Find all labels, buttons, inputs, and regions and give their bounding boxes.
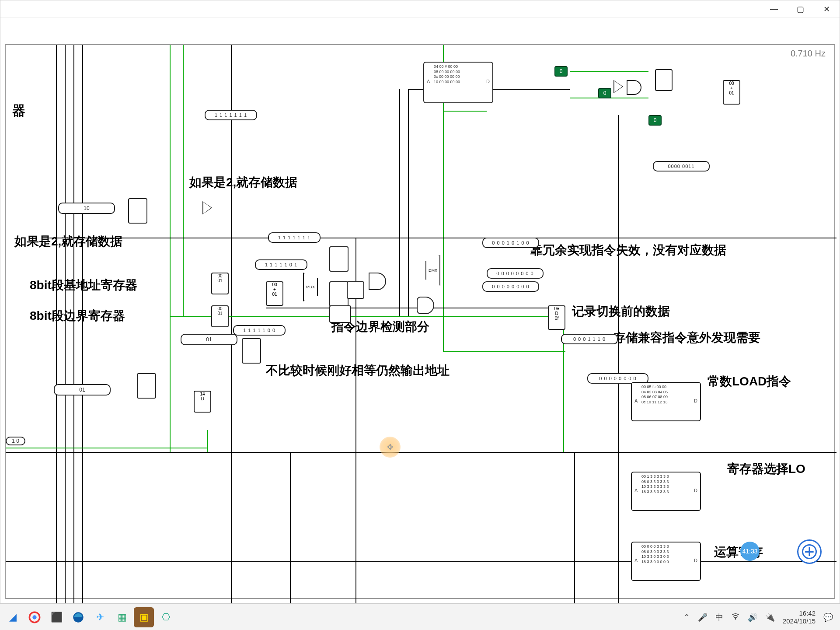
comparator[interactable] [242, 338, 261, 364]
ime-indicator[interactable]: 中 [715, 612, 723, 623]
slider-s2[interactable]: 01 [181, 334, 237, 345]
close-button[interactable]: ✕ [813, 0, 840, 18]
wire-active [443, 351, 565, 352]
clock[interactable]: 16:42 2024/10/15 [783, 609, 816, 625]
wire-active [170, 316, 563, 317]
wire [56, 45, 57, 603]
label-record-pre-switch: 记录切换前的数据 [572, 303, 670, 320]
wire-active [570, 71, 648, 72]
slider-s3[interactable]: 01 [54, 384, 111, 396]
reg-box-3[interactable]: 14 D [194, 391, 211, 413]
label-const-load: 常数LOAD指令 [708, 373, 791, 390]
comparator[interactable] [329, 281, 349, 307]
label-reg-select-load: 寄存器选择LO [727, 461, 805, 477]
mux[interactable]: MUX [303, 273, 318, 301]
titlebar: — ▢ ✕ [0, 0, 840, 18]
svg-point-3 [735, 619, 736, 620]
register-r7[interactable]: 0 0 0 0 0 0 0 0 [487, 268, 544, 279]
label-partial: 器 [12, 102, 25, 120]
port-d: D [486, 78, 490, 84]
buffer-icon[interactable] [613, 80, 623, 93]
taskbar: ◢ ⬛ ✈ ▦ ▣ ⎔ ⌃ 🎤 中 🔊 🔌 16:42 2024/10/15 💬 [0, 604, 840, 630]
system-tray: ⌃ 🎤 中 🔊 🔌 16:42 2024/10/15 💬 [683, 609, 840, 625]
diagram-canvas[interactable]: 0.710 Hz [5, 44, 835, 599]
register-r5[interactable]: 0 0 0 1 0 1 0 0 [482, 238, 539, 248]
logic-block[interactable] [347, 281, 364, 299]
or-gate[interactable] [417, 297, 434, 314]
wire [290, 452, 291, 603]
const-0[interactable]: 0 [648, 115, 662, 126]
register-r10[interactable]: 0000 0011 [653, 161, 710, 172]
app-icon-logisim[interactable]: ⎔ [156, 607, 176, 627]
reg-box-2[interactable]: 00 01 [211, 305, 229, 327]
memory-block-3[interactable]: A D 00 1 3 3 3 3 3 3 08 0 3 3 3 3 3 3 10… [631, 472, 701, 511]
wire [408, 89, 409, 316]
buffer-icon[interactable] [202, 201, 212, 214]
label-no-compare: 不比较时候刚好相等仍然输出地址 [266, 362, 450, 379]
register-r2[interactable]: 1 1 1 1 1 1 1 [268, 232, 321, 243]
dmx[interactable]: DMX [425, 255, 440, 286]
label-store-if-2-b: 如果是2,就存储数据 [14, 233, 122, 250]
reg-box-5[interactable]: 0e D 0f [548, 305, 565, 330]
wire [399, 89, 400, 316]
wire-active [443, 111, 487, 112]
memory-block-2[interactable]: A D 00 05 fc 00 00 04 02 03 04 05 08 06 … [631, 382, 701, 421]
adder-1[interactable]: 00 + 01 [266, 281, 283, 306]
app-icon-1[interactable]: ◢ [3, 607, 23, 627]
port-d: D [694, 398, 697, 404]
const-0[interactable]: 0 [554, 66, 568, 77]
slider-s1[interactable]: 10 [58, 203, 115, 214]
wire [231, 45, 232, 603]
clock-time: 16:42 [783, 609, 816, 617]
register-r6[interactable]: 0 0 0 0 0 0 0 0 [482, 281, 539, 292]
app-icon-3[interactable]: ⬛ [46, 607, 66, 627]
chevron-up-icon[interactable]: ⌃ [683, 612, 690, 622]
const-0[interactable]: 0 [598, 88, 611, 98]
clock-date: 2024/10/15 [783, 617, 816, 625]
wire [65, 45, 66, 603]
recenter-button[interactable] [797, 539, 822, 564]
logic-block[interactable] [329, 305, 351, 323]
volume-icon[interactable]: 🔊 [748, 612, 757, 622]
taskbar-apps: ◢ ⬛ ✈ ▦ ▣ ⎔ [0, 607, 176, 627]
app-icon-6[interactable]: ▦ [112, 607, 132, 627]
battery-icon[interactable]: 🔌 [765, 612, 775, 622]
wire [6, 561, 837, 562]
register-r3[interactable]: 1 1 1 1 1 0 1 [255, 259, 307, 270]
comparator[interactable] [329, 246, 349, 272]
wire-active [183, 45, 184, 316]
wire-active [170, 45, 171, 452]
register-r4[interactable]: 1 1 1 1 1 0 0 [233, 325, 286, 336]
app-icon-7[interactable]: ▣ [134, 607, 154, 627]
port-d: D [694, 557, 697, 564]
register-r8[interactable]: 0 0 0 1 1 1 0 [561, 334, 618, 344]
wire [618, 115, 619, 603]
notification-icon[interactable]: 💬 [823, 612, 833, 622]
comparator[interactable] [137, 373, 156, 399]
and-gate[interactable] [369, 273, 386, 290]
comparator[interactable] [128, 198, 147, 224]
and-gate[interactable] [627, 80, 641, 95]
port-a: A [634, 398, 638, 404]
port-d: D [694, 487, 697, 494]
reg-box-1[interactable]: 00 01 [211, 273, 229, 294]
slider-s4[interactable]: 1 0 [6, 437, 25, 445]
app-icon-5[interactable]: ✈ [90, 607, 110, 627]
maximize-button[interactable]: ▢ [787, 0, 813, 18]
canvas-area[interactable]: 0.710 Hz [0, 18, 840, 603]
wifi-icon[interactable] [731, 612, 740, 623]
cursor-highlight: ✥ [380, 437, 401, 458]
label-redundant: 靠冗余实现指令失效，没有对应数据 [530, 242, 726, 259]
app-icon-browser[interactable] [24, 607, 45, 627]
minimize-button[interactable]: — [761, 0, 787, 18]
reg-box-6[interactable] [655, 69, 673, 91]
memory-block-1[interactable]: A D 04 00 # 00 00 08 00 00 00 00 0c 00 0… [423, 62, 493, 103]
memory-block-4[interactable]: A D 00 0 0 0 3 3 3 3 08 0 3 0 3 3 3 3 10… [631, 542, 701, 581]
register-r1[interactable]: 1 1 1 1 1 1 1 [205, 110, 257, 120]
label-base-addr-reg: 8bit段基地址寄存器 [30, 277, 137, 294]
app-icon-edge[interactable] [68, 607, 88, 627]
adder-2[interactable]: 00 + 01 [723, 80, 740, 105]
wire [82, 45, 83, 603]
frequency-readout: 0.710 Hz [791, 49, 826, 59]
mic-icon[interactable]: 🎤 [698, 612, 708, 622]
